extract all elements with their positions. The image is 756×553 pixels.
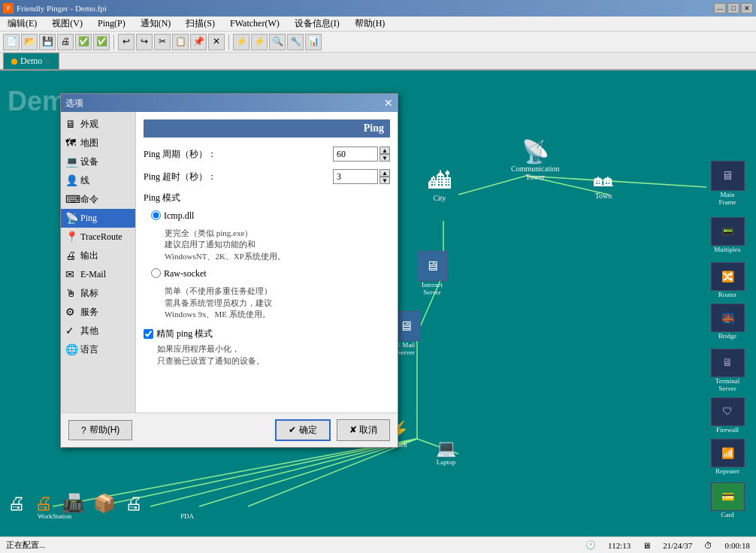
checkbox-label[interactable]: 精简 ping 模式 (156, 328, 213, 340)
ping-stop-button[interactable]: ⚡ (251, 34, 268, 50)
laptop-node[interactable]: 💻 Laptop (436, 439, 456, 466)
new-button[interactable]: 📄 (3, 34, 20, 50)
dialog-close-button[interactable]: ✕ (384, 97, 393, 110)
menu-device-info[interactable]: 设备信息(I) (290, 17, 344, 31)
bridge-node[interactable]: 🌉 Bridge (705, 304, 750, 340)
nav-device[interactable]: 💻 设备 (61, 153, 135, 171)
open-button[interactable]: 📂 (21, 34, 38, 50)
tower-node[interactable]: 📡 CommunicationTower (511, 138, 559, 181)
svg-line-9 (150, 439, 417, 506)
ping-period-up[interactable]: ▲ (380, 147, 390, 154)
radio-raw[interactable] (151, 268, 161, 278)
city-node[interactable]: 🏙 City (428, 168, 451, 202)
tool-button2[interactable]: 📊 (305, 34, 322, 50)
nav-line[interactable]: 👤 线 (61, 171, 135, 190)
tab-close-button[interactable]: ✕ (45, 57, 51, 65)
menu-fwatcher[interactable]: FWatcher(W) (225, 17, 284, 30)
ping-timeout-arrows[interactable]: ▲ ▼ (380, 169, 390, 184)
nav-service[interactable]: ⚙ 服务 (61, 303, 135, 322)
ping-period-spinbox[interactable]: 60 (333, 147, 378, 162)
radio-raw-desc: 简单（不使用多重任务处理） 需具备系统管理员权力，建议 Windows 9x、M… (165, 286, 390, 320)
simplified-ping-checkbox[interactable] (144, 329, 153, 339)
menu-edit[interactable]: 编辑(E) (3, 17, 41, 31)
nav-command[interactable]: ⌨ 命令 (61, 190, 135, 209)
nav-other[interactable]: ✓ 其他 (61, 322, 135, 340)
nav-language[interactable]: 🌐 语言 (61, 340, 135, 359)
redo-button[interactable]: ↪ (136, 34, 153, 50)
toolbar-separator1 (113, 35, 114, 50)
ping-timeout-spinbox[interactable]: 3 (333, 169, 378, 184)
town-node[interactable]: 🏘 Town (594, 168, 613, 200)
nav-command-label: 命令 (80, 193, 98, 206)
toolbar-icon5[interactable]: ✅ (75, 34, 92, 50)
menu-help[interactable]: 帮助(H) (350, 17, 390, 31)
menu-view[interactable]: 视图(V) (47, 17, 87, 31)
radio-raw-label[interactable]: Raw-socket (164, 268, 207, 280)
menu-notify[interactable]: 通知(N) (136, 17, 176, 31)
radio-icmp[interactable] (151, 210, 161, 220)
toolbar-icon6[interactable]: ✅ (93, 34, 110, 50)
menu-ping[interactable]: Ping(P) (93, 17, 130, 30)
nav-traceroute[interactable]: 📍 TraceRoute (61, 228, 135, 246)
router-node[interactable]: 🔀 Router (705, 262, 750, 298)
nav-email[interactable]: ✉ E-Mail (61, 265, 135, 284)
ping-period-arrows[interactable]: ▲ ▼ (380, 147, 390, 162)
save-button[interactable]: 💾 (39, 34, 56, 50)
device-workstation2[interactable]: 🖨 (35, 493, 53, 514)
appearance-icon: 🖥 (65, 119, 77, 131)
paste-button[interactable]: 📌 (190, 34, 207, 50)
tab-demo[interactable]: Demo ✕ (3, 53, 59, 69)
copy-button[interactable]: 📋 (172, 34, 189, 50)
ping-timeout-down[interactable]: ▼ (380, 177, 390, 184)
ping-start-button[interactable]: ⚡ (233, 34, 249, 50)
checkbox-desc2: 只查验已设置了通知的设备。 (157, 356, 265, 365)
undo-button[interactable]: ↩ (118, 34, 135, 50)
device-workstation3[interactable]: 📠 (62, 493, 84, 514)
title-bar-buttons[interactable]: — □ ✕ (714, 3, 753, 14)
maximize-button[interactable]: □ (727, 3, 739, 14)
cancel-button[interactable]: ✘ 取消 (337, 419, 390, 441)
delete-button[interactable]: ✕ (208, 34, 225, 50)
ping-timeout-up[interactable]: ▲ (380, 169, 390, 177)
search-button[interactable]: 🔍 (269, 34, 286, 50)
menu-bar: 编辑(E) 视图(V) Ping(P) 通知(N) 扫描(S) FWatcher… (0, 17, 756, 32)
tab-dot (11, 59, 17, 65)
nav-output[interactable]: 🖨 输出 (61, 246, 135, 265)
repeater-node[interactable]: 📶 Repeater (705, 439, 750, 475)
status-count: 21/24/37 (663, 541, 692, 550)
dialog-footer-right: ✔ 确定 ✘ 取消 (275, 419, 390, 441)
nav-map[interactable]: 🗺 地图 (61, 134, 135, 153)
toolbar-icon4[interactable]: 🖨 (57, 34, 74, 50)
cut-button[interactable]: ✂ (154, 34, 171, 50)
checkbox-desc1: 如果应用程序最小化， (157, 344, 240, 353)
radio-raw-desc1: 简单（不使用多重任务处理） (165, 286, 272, 295)
ping-timeout-input[interactable]: 3 ▲ ▼ (333, 169, 390, 184)
radio-icmp-item: Icmp.dll (151, 210, 390, 222)
nav-language-label: 语言 (80, 343, 98, 356)
close-window-button[interactable]: ✕ (741, 3, 753, 14)
help-button[interactable]: ? 帮助(H) (68, 420, 132, 440)
internet-server-node[interactable]: 🖥 InternetServer (417, 251, 447, 296)
tool-button1[interactable]: 🔧 (287, 34, 304, 50)
ping-mode-section-title: Ping 模式 (144, 192, 390, 204)
ok-button[interactable]: ✔ 确定 (275, 419, 330, 441)
terminal-server-node[interactable]: 🖥 TerminalServer (705, 349, 750, 392)
device-workstation1[interactable]: 🖨 (8, 493, 26, 514)
ping-period-input[interactable]: 60 ▲ ▼ (333, 147, 390, 162)
nav-mouse[interactable]: 🖱 鼠标 (61, 284, 135, 303)
dialog-body: 🖥 外观 🗺 地图 💻 设备 👤 线 ⌨ 命令 (61, 112, 398, 412)
minimize-button[interactable]: — (714, 3, 726, 14)
multiplex-node[interactable]: 📟 Multiplex (705, 217, 750, 253)
card-node[interactable]: 💳 Card (705, 482, 750, 518)
device-workstation4[interactable]: 📦 (93, 493, 116, 514)
device-workstation5[interactable]: 🖨 (125, 493, 143, 514)
mainframe-node[interactable]: 🖥 MainFrame (705, 161, 750, 206)
nav-mouse-label: 鼠标 (80, 287, 98, 300)
firewall-node[interactable]: 🛡 Firewall (705, 397, 750, 434)
radio-icmp-label[interactable]: Icmp.dll (164, 210, 194, 222)
menu-scan[interactable]: 扫描(S) (181, 17, 219, 31)
nav-ping[interactable]: 📡 Ping (61, 209, 135, 228)
device-icon-status: 🖥 (643, 541, 651, 550)
ping-period-down[interactable]: ▼ (380, 154, 390, 162)
nav-appearance[interactable]: 🖥 外观 (61, 115, 135, 134)
